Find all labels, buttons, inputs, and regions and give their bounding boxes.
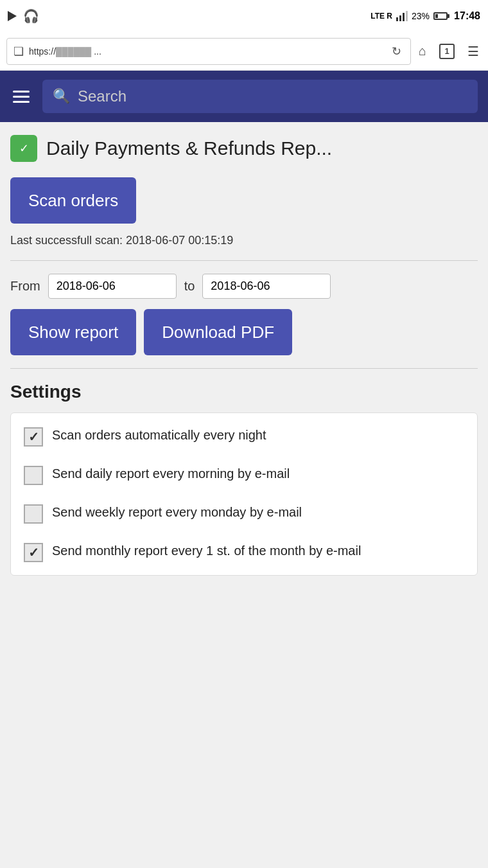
from-date-input[interactable] [48,274,177,299]
setting-checkbox-1[interactable]: ✓ [24,427,43,447]
tab-count[interactable]: 1 [439,44,455,59]
last-scan-text: Last successfull scan: 2018-06-07 00:15:… [10,234,478,247]
shield-icon: ❏ [13,44,24,58]
page-content: Daily Payments & Refunds Rep... Scan ord… [0,122,488,595]
svg-rect-1 [399,15,401,21]
setting-item-2: Send daily report every morning by e-mai… [24,465,464,485]
menu-line-3 [13,101,30,103]
setting-label-4: Send monthly report every 1 st. of the m… [52,542,361,560]
setting-item-4: ✓ Send monthly report every 1 st. of the… [24,542,464,562]
svg-rect-2 [403,13,405,21]
search-icon: 🔍 [53,88,70,105]
setting-label-2: Send daily report every morning by e-mai… [52,465,290,483]
checkmark-1: ✓ [28,429,39,445]
status-bar-right: LTE R 23% 17:48 [370,10,480,22]
settings-title: Settings [10,382,478,402]
setting-checkbox-2[interactable] [24,466,43,485]
search-input[interactable] [78,87,467,105]
menu-line-2 [13,96,30,98]
divider-1 [10,260,478,261]
hamburger-menu-button[interactable] [10,88,32,105]
lte-indicator: LTE R [370,12,392,21]
search-bar[interactable]: 🔍 [42,80,478,113]
settings-section: Settings ✓ Scan orders automatically eve… [10,382,478,576]
url-bar[interactable]: ❏ https://██████ ... ↻ [6,38,411,65]
to-label: to [184,279,195,294]
svg-rect-3 [406,11,408,21]
action-buttons: Show report Download PDF [10,309,478,355]
page-icon [10,135,37,162]
scan-orders-button[interactable]: Scan orders [10,177,136,224]
to-date-input[interactable] [202,274,331,299]
status-bar: 🎧 LTE R 23% 17:48 [0,0,488,32]
settings-card: ✓ Scan orders automatically every night … [10,412,478,576]
checkmark-4: ✓ [28,545,39,560]
headphone-icon: 🎧 [23,8,39,24]
divider-2 [10,368,478,369]
page-title: Daily Payments & Refunds Rep... [46,137,332,159]
refresh-button[interactable]: ↻ [389,42,404,61]
date-range-section: From to Show report Download PDF [10,274,478,355]
setting-checkbox-3[interactable] [24,504,43,524]
page-title-row: Daily Payments & Refunds Rep... [10,135,478,162]
menu-line-1 [13,91,30,93]
svg-rect-0 [396,17,398,21]
battery-icon [433,12,448,20]
scan-section: Scan orders Last successfull scan: 2018-… [10,177,478,247]
date-range-row: From to [10,274,478,299]
status-bar-left: 🎧 [8,8,39,24]
clock: 17:48 [454,10,480,22]
menu-button[interactable]: ☰ [465,41,482,62]
battery-percentage: 23% [412,11,430,21]
setting-checkbox-4[interactable]: ✓ [24,543,43,562]
download-pdf-button[interactable]: Download PDF [144,309,292,355]
setting-item-1: ✓ Scan orders automatically every night [24,426,464,447]
browser-bar: ❏ https://██████ ... ↻ ⌂ 1 ☰ [0,32,488,71]
show-report-button[interactable]: Show report [10,309,136,355]
from-label: From [10,279,40,294]
setting-label-1: Scan orders automatically every night [52,426,266,444]
signal-icon [396,11,408,21]
play-icon [8,11,17,21]
url-text: https://██████ ... [29,46,384,57]
setting-item-3: Send weekly report every monday by e-mai… [24,503,464,524]
home-button[interactable]: ⌂ [416,41,429,61]
browser-icons: ⌂ 1 ☰ [416,41,482,62]
setting-label-3: Send weekly report every monday by e-mai… [52,503,302,521]
app-header: 🔍 [0,71,488,122]
